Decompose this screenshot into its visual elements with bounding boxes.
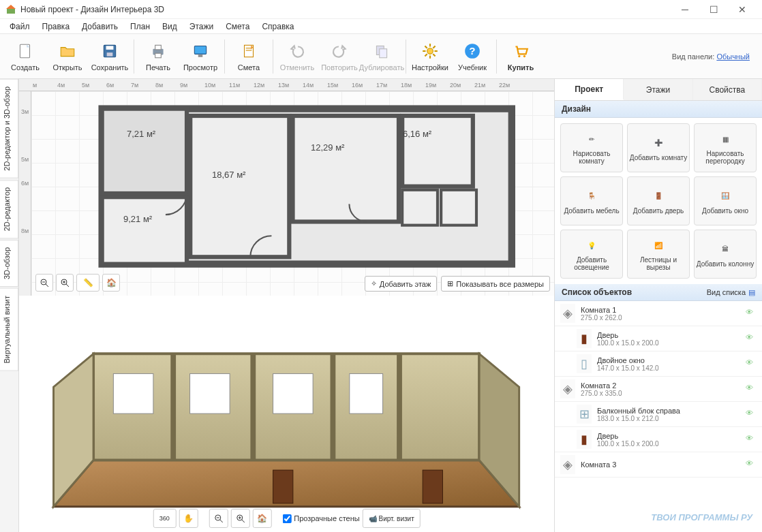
panel-mode-link[interactable]: Обычный [716,52,750,61]
home-3d-button[interactable]: 🏠 [252,509,271,528]
close-button[interactable]: ✕ [728,1,757,18]
new-file-icon [15,41,35,61]
menu-edit[interactable]: Правка [37,20,76,33]
design-btn-6[interactable]: 💡Добавить освещение [560,230,623,279]
print-button[interactable]: Печать [137,36,179,77]
maximize-button[interactable]: ☐ [699,1,728,18]
render-3d [40,307,532,520]
rtab-props[interactable]: Свойства [693,79,762,100]
visibility-toggle[interactable]: 👁 [746,434,757,445]
create-button[interactable]: Создать [4,36,46,77]
visibility-toggle[interactable]: 👁 [746,358,757,369]
svg-rect-9 [155,53,162,58]
cart-icon [510,41,531,61]
menu-file[interactable]: Файл [4,20,35,33]
ruler-horizontal: м4м5м6м7м8м9м10м11м12м13м14м15м16м17м18м… [19,79,554,91]
design-btn-0[interactable]: ✏Нарисовать комнату [560,123,623,172]
visibility-toggle[interactable]: 👁 [746,308,757,319]
object-item-5[interactable]: ▮Дверь100.0 x 15.0 x 200.0👁 [555,427,762,452]
pan-button[interactable]: ✋ [179,509,198,528]
room-area-2: 18,67 м² [212,170,245,180]
view-3d[interactable]: 360 ✋ 🏠 Прозрачные стены 📹 Вирт. визит [19,296,554,532]
vertical-tabs: 2D-редактор и 3D-обзор 2D-редактор 3D-об… [0,79,19,532]
object-type-icon: ⊞ [577,405,592,424]
vtab-combo[interactable]: 2D-редактор и 3D-обзор [0,79,18,178]
svg-rect-10 [194,46,206,54]
object-type-icon: ▮ [577,430,592,449]
object-type-icon: ◈ [560,304,575,323]
svg-line-25 [433,46,435,48]
floor-plan-canvas[interactable]: 7,21 м² 18,67 м² 9,21 м² 12,29 м² 6,16 м… [31,91,554,296]
visibility-toggle[interactable]: 👁 [746,333,757,344]
menu-floors[interactable]: Этажи [184,20,219,33]
zoom-out-3d-button[interactable] [209,509,228,528]
buy-button[interactable]: Купить [500,36,542,77]
object-item-1[interactable]: ▮Дверь100.0 x 15.0 x 200.0👁 [555,326,762,351]
design-btn-5[interactable]: 🪟Добавить окно [694,176,757,225]
svg-line-60 [219,520,222,522]
right-panel: Проект Этажи Свойства Дизайн ✏Нарисовать… [554,79,762,532]
notepad-icon [239,41,259,61]
visibility-toggle[interactable]: 👁 [746,384,757,394]
visibility-toggle[interactable]: 👁 [746,459,757,470]
object-item-2[interactable]: ▯Двойное окно147.0 x 15.0 x 142.0👁 [555,351,762,377]
room-area-1: 7,21 м² [127,129,155,139]
design-btn-2[interactable]: ▦Нарисовать перегородку [694,123,757,172]
right-tabs: Проект Этажи Свойства [555,79,762,101]
zoom-out-button[interactable] [35,274,53,292]
menu-help[interactable]: Справка [256,20,299,33]
minimize-button[interactable]: ─ [671,1,699,18]
visibility-toggle[interactable]: 👁 [746,409,757,420]
design-btn-8[interactable]: 🏛Добавить колонну [694,230,757,279]
window-title: Новый проект - Дизайн Интерьера 3D [20,5,671,14]
design-icon: ▦ [717,131,733,147]
show-all-dims-button[interactable]: ⊞Показывать все размеры [441,276,550,292]
object-item-4[interactable]: ⊞Балконный блок справа183.0 x 15.0 x 212… [555,402,762,427]
zoom-in-button[interactable] [56,274,74,292]
rotate-360-button[interactable]: 360 [153,509,176,528]
settings-button[interactable]: Настройки [409,36,451,77]
save-button[interactable]: Сохранить [89,36,131,77]
rtab-floors[interactable]: Этажи [624,79,692,100]
layers-icon: ✧ [371,279,377,288]
tutorial-button[interactable]: ?Учебник [451,36,493,77]
svg-rect-31 [102,109,187,193]
menu-view[interactable]: Вид [157,20,183,33]
design-btn-1[interactable]: ➕Добавить комнату [627,123,690,172]
vtab-virtual[interactable]: Виртуальный визит [0,288,18,371]
home-button[interactable]: 🏠 [102,274,120,292]
transparent-walls-checkbox[interactable]: Прозрачные стены [282,514,359,523]
room-area-3: 9,21 м² [123,214,152,224]
duplicate-button[interactable]: Дублировать [361,36,403,77]
svg-rect-11 [198,54,203,57]
virtual-visit-button[interactable]: 📹 Вирт. визит [363,509,421,528]
open-button[interactable]: Открыть [46,36,89,77]
ruler-tool-button[interactable]: 📏 [76,274,100,292]
add-floor-button[interactable]: ✧Добавить этаж [365,276,437,292]
rtab-project[interactable]: Проект [555,79,624,100]
design-btn-7[interactable]: 📶Лестницы и вырезы [627,230,690,279]
object-item-6[interactable]: ◈Комната 3👁 [555,452,762,478]
estimate-button[interactable]: Смета [228,36,270,77]
preview-button[interactable]: Просмотр [179,36,222,77]
menu-estimate[interactable]: Смета [220,20,255,33]
object-item-0[interactable]: ◈Комната 1275.0 x 262.0👁 [555,301,762,326]
svg-rect-5 [106,46,114,49]
undo-button[interactable]: Отменить [276,36,318,77]
svg-rect-52 [190,374,230,414]
section-design-header: Дизайн [555,101,762,118]
list-view-icon[interactable]: ▤ [748,288,755,297]
vtab-3d[interactable]: 3D-обзор [0,240,18,287]
svg-rect-34 [402,116,473,187]
vtab-2d[interactable]: 2D-редактор [0,180,18,238]
design-icon: 📶 [650,237,667,253]
menu-plan[interactable]: План [125,20,155,33]
design-icon: ➕ [650,135,667,151]
design-btn-4[interactable]: 🚪Добавить дверь [627,176,690,225]
menu-add[interactable]: Добавить [76,20,123,33]
design-btn-3[interactable]: 🪑Добавить мебель [560,176,623,225]
zoom-in-3d-button[interactable] [230,509,249,528]
object-item-3[interactable]: ◈Комната 2275.0 x 335.0👁 [555,377,762,402]
redo-button[interactable]: Повторить [318,36,361,77]
svg-rect-54 [350,374,383,414]
